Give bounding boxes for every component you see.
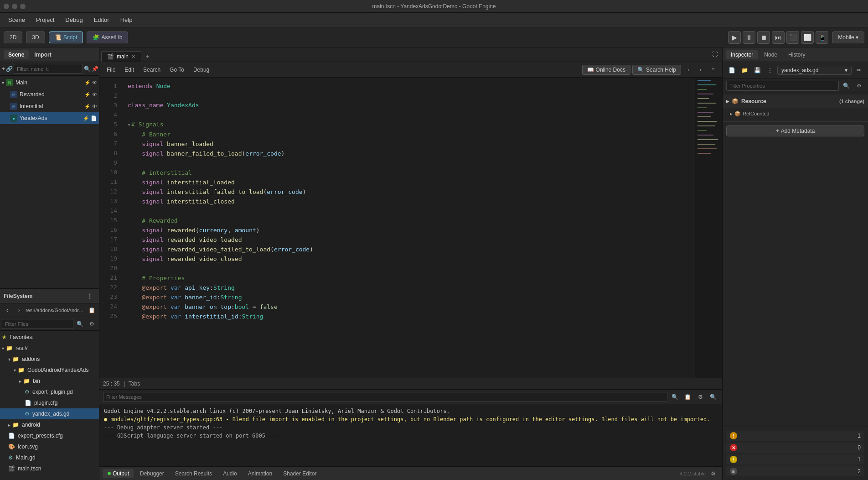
inspector-subsection-header[interactable]: ▸ 📦 RefCounted <box>723 108 868 120</box>
tree-item-main[interactable]: ▾ N Main ⚡ 👁 <box>0 77 99 89</box>
svg-rect-12 <box>698 130 707 131</box>
fs-item-res[interactable]: ▾ 📁 res:// <box>0 343 99 354</box>
terminal-filter-input[interactable] <box>103 392 667 402</box>
menu-help[interactable]: Help <box>116 15 137 25</box>
bookmarks-btn[interactable]: ≡ <box>708 64 718 75</box>
btn-mobile[interactable]: Mobile ▾ <box>832 31 864 43</box>
inspector-tool-more[interactable]: ⋮ <box>765 65 775 76</box>
fs-item-yandex-ads[interactable]: ⚙ yandex_ads.gd <box>0 408 99 419</box>
debug-remote-btn[interactable]: ⬛ <box>786 31 799 44</box>
add-node-btn[interactable]: + <box>2 63 5 74</box>
code-editor-wrapper: 1234 5 678910 1112131415 1617181920 2122… <box>99 78 722 378</box>
fs-item-main-gd[interactable]: ⚙ Main.gd <box>0 452 99 463</box>
step-btn[interactable]: ⏭ <box>772 31 785 44</box>
terminal-tab-animation[interactable]: Animation <box>243 469 277 478</box>
fs-folder-icon-android: 📁 <box>12 422 19 428</box>
code-goto-menu[interactable]: Go To <box>166 65 188 74</box>
scene-search-btn[interactable]: 🔍 <box>84 63 91 74</box>
editor-tab-main[interactable]: 🎬 main ✕ <box>101 51 141 62</box>
tree-item-rewarded[interactable]: ⊕ Rewarded ⚡ 👁 <box>0 89 99 100</box>
inspector-tab-inspector[interactable]: Inspector <box>726 50 758 59</box>
code-edit-menu[interactable]: Edit <box>121 65 138 74</box>
inspector-edit-btn[interactable]: ✏ <box>853 65 864 76</box>
tree-item-yandexads[interactable]: ● YandexAds ⚡ 📄 <box>0 112 99 124</box>
tab-import[interactable]: Import <box>30 50 56 59</box>
tree-item-interstitial[interactable]: ⊕ Interstitial ⚡ 👁 <box>0 100 99 112</box>
fs-item-favorites[interactable]: ★ Favorites: <box>0 332 99 343</box>
menu-debug[interactable]: Debug <box>61 15 87 25</box>
terminal-line-4: --- GDScript language server started on … <box>104 432 718 440</box>
debug-deploy-btn[interactable]: 📱 <box>816 31 828 44</box>
code-search-menu[interactable]: Search <box>140 65 164 74</box>
code-editor[interactable]: 1234 5 678910 1112131415 1617181920 2122… <box>99 78 722 378</box>
play-btn[interactable]: ▶ <box>728 31 741 44</box>
fs-item-export-plugin[interactable]: ⚙ export_plugin.gd <box>0 386 99 397</box>
terminal-tab-output[interactable]: Output <box>103 469 134 478</box>
close-btn[interactable] <box>4 4 9 9</box>
maximize-btn[interactable] <box>20 4 26 9</box>
nav-fwd-btn[interactable]: › <box>695 64 706 75</box>
fs-filter-input[interactable] <box>2 319 73 329</box>
scene-settings-btn[interactable]: 📌 <box>92 63 98 74</box>
stop-btn[interactable]: ⏹ <box>757 31 770 44</box>
code-debug-menu[interactable]: Debug <box>190 65 213 74</box>
inspector-filter-search[interactable]: 🔍 <box>841 80 852 91</box>
scene-tree: ▾ N Main ⚡ 👁 ⊕ Rewarded ⚡ 👁 ⊕ Interstiti… <box>0 76 99 288</box>
fs-item-export-presets[interactable]: 📄 export_presets.cfg <box>0 430 99 441</box>
search-help-btn[interactable]: 🔍 Search Help <box>632 65 681 75</box>
terminal-tab-search[interactable]: Search Results <box>170 469 217 478</box>
debug-next-btn[interactable]: ⬜ <box>801 31 814 44</box>
code-content[interactable]: extends Node class_name YandexAds ▾# Sig… <box>122 78 695 378</box>
online-docs-btn[interactable]: 📖 Online Docs <box>582 65 630 75</box>
minimize-btn[interactable] <box>12 4 17 9</box>
terminal-tab-shader[interactable]: Shader Editor <box>279 469 321 478</box>
pause-btn[interactable]: ⏸ <box>743 31 755 44</box>
menu-project[interactable]: Project <box>31 15 59 25</box>
terminal-search-btn[interactable]: 🔍 <box>669 391 680 402</box>
terminal-clear-btn[interactable]: 🔍 <box>708 391 718 402</box>
terminal-expand-btn[interactable]: ⚙ <box>708 468 718 479</box>
link-node-btn[interactable]: 🔗 <box>6 63 13 74</box>
inspector-section-resource-header[interactable]: ▸ 📦 Resource (1 change) <box>723 95 868 108</box>
tab-close-main[interactable]: ✕ <box>131 54 135 60</box>
inspector-filter-input[interactable] <box>726 81 839 91</box>
add-metadata-btn[interactable]: + Add Metadata <box>726 125 864 136</box>
fs-nav-back[interactable]: ‹ <box>2 305 13 316</box>
menu-scene[interactable]: Scene <box>4 15 30 25</box>
inspector-filter-settings[interactable]: ⚙ <box>853 80 864 91</box>
fs-filter-more[interactable]: ⚙ <box>86 318 97 329</box>
fs-nav-fwd[interactable]: › <box>14 305 25 316</box>
terminal-copy-all-btn[interactable]: 📋 <box>682 391 693 402</box>
fs-layout-btn[interactable]: 📋 <box>86 305 97 316</box>
node-icon-rewarded: ⊕ <box>10 91 17 98</box>
inspector-tool-2[interactable]: 📁 <box>739 65 750 76</box>
btn-script[interactable]: 📜 Script <box>49 31 83 43</box>
fs-filter-search[interactable]: 🔍 <box>74 318 85 329</box>
fs-item-addons[interactable]: ▾ 📁 addons <box>0 354 99 365</box>
inspector-tab-node[interactable]: Node <box>760 50 782 59</box>
fs-more-btn[interactable]: ⋮ <box>84 291 95 302</box>
inspector-tab-history[interactable]: History <box>784 50 810 59</box>
tab-add-btn[interactable]: + <box>142 51 153 62</box>
fs-item-godotandroid[interactable]: ▾ 📁 GodotAndroidYandexAds <box>0 365 99 376</box>
nav-back-btn[interactable]: ‹ <box>683 64 694 75</box>
terminal-tab-debugger[interactable]: Debugger <box>135 469 169 478</box>
menu-editor[interactable]: Editor <box>89 15 114 25</box>
maximize-editor-btn[interactable]: ⛶ <box>709 49 720 60</box>
tab-scene[interactable]: Scene <box>4 50 29 59</box>
fs-item-bin[interactable]: ▸ 📁 bin <box>0 376 99 386</box>
fs-item-plugin-cfg[interactable]: 📄 plugin.cfg <box>0 397 99 408</box>
fs-item-bin-label: bin <box>33 378 40 384</box>
btn-2d[interactable]: 2D <box>4 31 22 43</box>
code-file-menu[interactable]: File <box>103 65 119 74</box>
terminal-filter-toggle-btn[interactable]: ⚙ <box>695 391 706 402</box>
fs-item-android[interactable]: ▸ 📁 android <box>0 419 99 430</box>
terminal-tab-audio[interactable]: Audio <box>218 469 242 478</box>
fs-item-icon[interactable]: 🎨 icon.svg <box>0 441 99 452</box>
btn-3d[interactable]: 3D <box>26 31 45 43</box>
btn-assetlib[interactable]: 🧩 AssetLib <box>87 31 128 43</box>
inspector-tool-3[interactable]: 💾 <box>752 65 763 76</box>
scene-filter-input[interactable] <box>14 64 83 74</box>
fs-item-main-tscn[interactable]: 🎬 main.tscn <box>0 463 99 474</box>
inspector-tool-1[interactable]: 📄 <box>726 65 737 76</box>
